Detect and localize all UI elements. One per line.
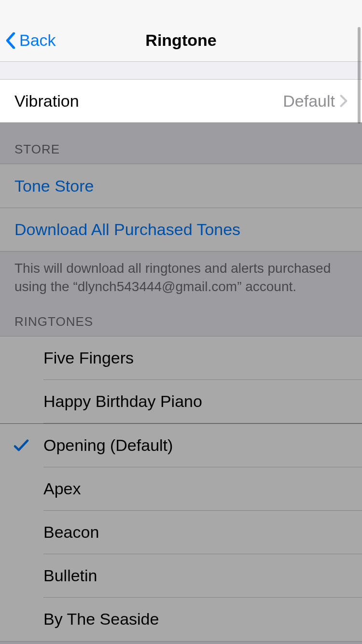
navigation-bar: Back Ringtone xyxy=(0,19,362,62)
ringtone-row[interactable]: Five Fingers xyxy=(0,336,362,380)
back-button[interactable]: Back xyxy=(5,19,56,61)
tone-store-link[interactable]: Tone Store xyxy=(0,164,362,208)
ringtone-row[interactable]: Opening (Default) xyxy=(0,424,362,467)
tone-store-label: Tone Store xyxy=(14,177,94,196)
spacer xyxy=(0,62,362,79)
back-label: Back xyxy=(19,31,56,50)
chevron-right-icon xyxy=(340,94,348,108)
checkmark-icon xyxy=(14,439,29,452)
ringtone-row[interactable]: Happy Birthday Piano xyxy=(0,380,362,423)
ringtone-settings-screen: Back Ringtone Vibration Default STORE To… xyxy=(0,0,362,644)
scroll-indicator xyxy=(358,27,361,124)
ringtone-label: Apex xyxy=(43,479,81,498)
ringtone-row[interactable]: By The Seaside xyxy=(0,598,362,641)
chevron-left-icon xyxy=(5,31,16,50)
ringtones-group: Five Fingers Happy Birthday Piano Openin… xyxy=(0,336,362,642)
ringtone-label: Bulletin xyxy=(43,566,97,585)
store-group: Tone Store Download All Purchased Tones xyxy=(0,164,362,252)
ringtone-label: Happy Birthday Piano xyxy=(43,392,202,411)
ringtone-label: Five Fingers xyxy=(43,349,134,367)
download-all-link[interactable]: Download All Purchased Tones xyxy=(0,208,362,251)
ringtone-row[interactable]: Apex xyxy=(0,467,362,511)
vibration-cell[interactable]: Vibration Default xyxy=(0,79,362,123)
status-bar xyxy=(0,0,362,19)
ringtone-label: Opening (Default) xyxy=(43,436,173,455)
vibration-label: Vibration xyxy=(14,92,283,111)
ringtone-label: Beacon xyxy=(43,523,99,542)
ringtone-row[interactable]: Beacon xyxy=(0,511,362,554)
ringtone-label: By The Seaside xyxy=(43,610,159,629)
ringtones-section-header: RINGTONES xyxy=(0,303,362,336)
vibration-value: Default xyxy=(283,92,335,111)
download-all-label: Download All Purchased Tones xyxy=(14,220,240,239)
store-section-footer: This will download all ringtones and ale… xyxy=(0,252,362,303)
store-section-header: STORE xyxy=(0,123,362,164)
ringtone-row[interactable]: Bulletin xyxy=(0,554,362,598)
